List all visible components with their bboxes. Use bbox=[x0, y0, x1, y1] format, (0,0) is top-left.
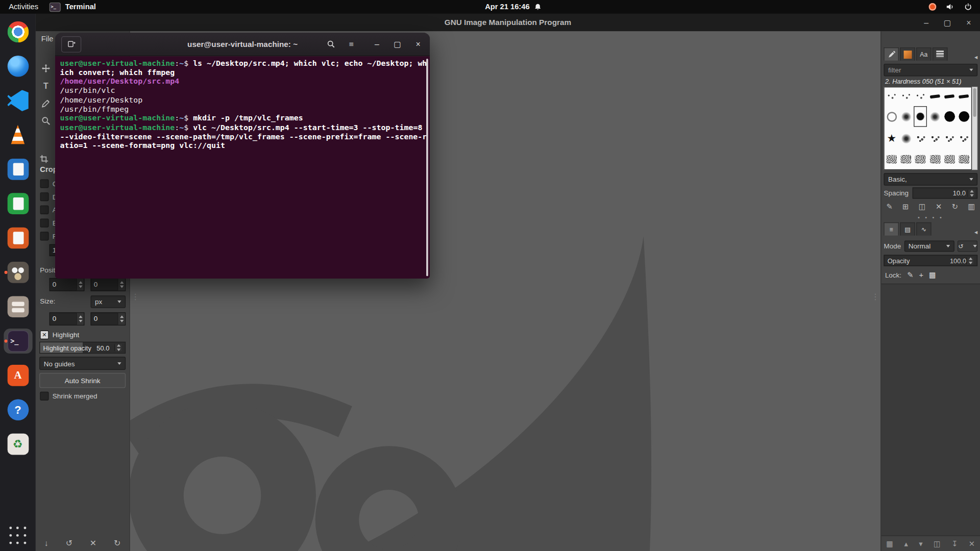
layer-mode-dropdown[interactable]: Normal bbox=[904, 240, 954, 252]
dock-item-terminal[interactable]: >_ bbox=[4, 329, 32, 354]
checkbox[interactable] bbox=[40, 192, 48, 201]
dock-item-chrome[interactable] bbox=[4, 19, 32, 44]
brush-swatch-texture[interactable] bbox=[942, 149, 957, 169]
size-width-spinner[interactable] bbox=[76, 313, 84, 324]
activities-button[interactable]: Activities bbox=[9, 3, 38, 11]
tab-paths[interactable]: ∿ bbox=[916, 222, 931, 236]
restore-tool-options-button[interactable]: ↺ bbox=[66, 539, 72, 548]
reset-tool-options-button[interactable]: ↻ bbox=[114, 539, 120, 548]
app-menu-terminal[interactable]: >_ Terminal bbox=[50, 2, 96, 11]
blend-space-button[interactable]: ↺ bbox=[958, 240, 977, 252]
brush-swatch-hard[interactable] bbox=[913, 106, 927, 128]
dock-item-gimp[interactable] bbox=[4, 260, 32, 285]
brush-swatch-blob[interactable] bbox=[957, 106, 971, 128]
dock-item-vscode[interactable] bbox=[4, 88, 32, 113]
opacity-spinner[interactable] bbox=[966, 257, 974, 264]
brush-swatch-speckle[interactable] bbox=[957, 128, 971, 149]
layers-dock-grip[interactable]: • • • • bbox=[881, 214, 980, 220]
lock-position-button[interactable]: + bbox=[919, 270, 923, 279]
terminal-scrollbar[interactable] bbox=[426, 59, 428, 276]
delete-layer-button[interactable]: ✕ bbox=[969, 540, 975, 548]
gimp-titlebar[interactable]: GNU Image Manipulation Program – ▢ × bbox=[36, 14, 980, 31]
dock-item-vlc[interactable] bbox=[4, 122, 32, 147]
layers-list[interactable] bbox=[881, 284, 980, 536]
layer-opacity-slider[interactable]: Opacity 100.0 bbox=[884, 255, 977, 266]
brush-grid-scrollbar[interactable] bbox=[972, 87, 977, 170]
terminal-close-button[interactable]: × bbox=[412, 38, 424, 49]
checkbox[interactable] bbox=[40, 205, 48, 214]
spacing-spinner[interactable] bbox=[968, 190, 975, 196]
terminal-maximize-button[interactable]: ▢ bbox=[392, 38, 403, 49]
size-width-input[interactable]: 0 bbox=[50, 312, 85, 325]
auto-shrink-button[interactable]: Auto Shrink bbox=[39, 373, 126, 388]
brush-swatch-blob[interactable] bbox=[942, 106, 957, 128]
brush-swatch-soft[interactable] bbox=[899, 128, 913, 149]
terminal-menu-button[interactable]: ≡ bbox=[346, 38, 357, 49]
delete-brush-button[interactable]: ✕ bbox=[936, 203, 942, 211]
edit-brush-button[interactable]: ✎ bbox=[886, 203, 892, 211]
right-dock-grip[interactable]: ⋮ bbox=[871, 294, 879, 300]
brush-swatch-texture[interactable] bbox=[885, 149, 899, 169]
brush-swatch-soft[interactable] bbox=[899, 106, 913, 128]
position-x-spinner[interactable] bbox=[76, 279, 84, 290]
terminal-minimize-button[interactable]: – bbox=[371, 38, 382, 49]
show-applications-button[interactable] bbox=[9, 526, 28, 545]
brush-swatch-speckle[interactable] bbox=[913, 128, 927, 149]
size-unit-dropdown[interactable]: px bbox=[91, 295, 126, 308]
brush-swatch-dash[interactable] bbox=[942, 87, 957, 106]
brush-swatch-speck[interactable] bbox=[899, 87, 913, 106]
position-y-input[interactable]: 0 bbox=[91, 278, 126, 291]
brush-swatch-dash[interactable] bbox=[957, 87, 971, 106]
delete-tool-options-button[interactable]: ✕ bbox=[90, 539, 96, 548]
brush-swatch-speck[interactable] bbox=[885, 87, 899, 106]
brush-swatch-texture[interactable] bbox=[913, 149, 927, 169]
gimp-close-button[interactable]: × bbox=[964, 18, 974, 27]
left-dock-grip[interactable]: ⋮ bbox=[131, 294, 139, 300]
dock-item-trash[interactable]: ♻ bbox=[4, 432, 32, 457]
system-indicators[interactable] bbox=[921, 0, 980, 14]
size-height-spinner[interactable] bbox=[117, 313, 125, 324]
dock-item-impress[interactable] bbox=[4, 226, 32, 251]
position-y-spinner[interactable] bbox=[117, 279, 125, 290]
brush-swatch-soft[interactable] bbox=[928, 106, 942, 128]
menu-file[interactable]: File bbox=[41, 34, 54, 43]
tab-brushes[interactable] bbox=[884, 47, 898, 61]
brush-swatch-texture[interactable] bbox=[899, 149, 913, 169]
layers-panel-menu-button[interactable]: ◂ bbox=[974, 229, 977, 235]
lock-pixels-button[interactable]: ✎ bbox=[907, 270, 913, 279]
highlight-checkbox[interactable]: ✕ bbox=[40, 331, 48, 339]
raise-layer-button[interactable]: ▴ bbox=[904, 540, 908, 548]
dock-item-calc[interactable] bbox=[4, 191, 32, 216]
brush-swatch-star[interactable]: ★ bbox=[885, 128, 899, 149]
new-layer-button[interactable]: ▦ bbox=[886, 540, 893, 548]
anchor-layer-button[interactable]: ↧ bbox=[951, 540, 958, 548]
duplicate-layer-button[interactable]: ◫ bbox=[934, 540, 941, 548]
open-brush-button[interactable]: ▥ bbox=[968, 203, 975, 211]
lock-alpha-button[interactable]: ▩ bbox=[929, 270, 936, 279]
clock-menu[interactable]: Apr 21 16:46 bbox=[485, 0, 542, 14]
guides-dropdown[interactable]: No guides bbox=[39, 357, 126, 370]
shrink-merged-checkbox[interactable] bbox=[40, 392, 48, 400]
brush-swatch-speckle[interactable] bbox=[942, 128, 957, 149]
brush-preset-dropdown[interactable]: Basic, bbox=[884, 173, 977, 185]
brush-grid[interactable]: ★ bbox=[884, 87, 972, 170]
save-tool-options-button[interactable]: ↓ bbox=[44, 539, 48, 548]
brush-swatch-texture[interactable] bbox=[957, 149, 971, 169]
brush-swatch-speckle[interactable] bbox=[928, 128, 942, 149]
brushes-panel-menu-button[interactable]: ◂ bbox=[974, 54, 977, 60]
tab-channels[interactable]: ▤ bbox=[900, 222, 915, 236]
gimp-minimize-button[interactable]: – bbox=[921, 18, 932, 27]
size-height-input[interactable]: 0 bbox=[91, 312, 126, 325]
tab-patterns[interactable] bbox=[900, 47, 915, 61]
color-picker-tool-button[interactable] bbox=[39, 96, 53, 110]
new-tab-button[interactable] bbox=[61, 36, 81, 52]
new-brush-button[interactable]: ⊞ bbox=[902, 203, 909, 211]
tab-layers[interactable]: ≡ bbox=[884, 222, 898, 236]
terminal-output[interactable]: user@user-virtual-machine:~$ ls ~/Deskto… bbox=[55, 56, 430, 279]
checkbox[interactable] bbox=[40, 218, 48, 227]
refresh-brushes-button[interactable]: ↻ bbox=[952, 203, 958, 211]
dock-item-help[interactable]: ? bbox=[4, 397, 32, 422]
dock-item-writer[interactable] bbox=[4, 157, 32, 182]
position-x-input[interactable]: 0 bbox=[50, 278, 85, 291]
dock-item-files[interactable] bbox=[4, 294, 32, 319]
